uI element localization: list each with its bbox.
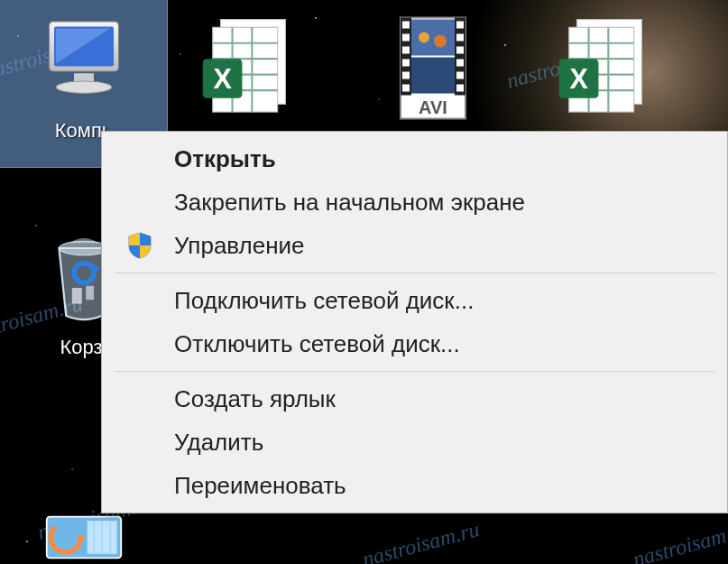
menu-item-label: Удалить	[161, 429, 716, 457]
avi-badge-text: AVI	[419, 97, 447, 116]
context-menu: Открыть Закрепить на начальном экране Уп…	[101, 131, 728, 513]
menu-item-disconnect-network-drive[interactable]: Отключить сетевой диск...	[102, 322, 727, 365]
svg-rect-30	[402, 59, 410, 66]
svg-rect-36	[456, 59, 464, 66]
svg-rect-35	[456, 46, 464, 53]
menu-item-label: Управление	[161, 232, 716, 260]
desktop-icon-gadget[interactable]	[0, 505, 167, 564]
svg-point-42	[434, 34, 447, 47]
excel-file-icon: X	[555, 14, 654, 122]
svg-rect-31	[402, 71, 410, 79]
menu-item-label: Переименовать	[161, 472, 716, 500]
menu-item-open[interactable]: Открыть	[102, 137, 727, 180]
svg-rect-27	[402, 21, 410, 28]
menu-item-create-shortcut[interactable]: Создать ярлык	[102, 377, 727, 421]
svg-rect-6	[71, 288, 81, 304]
svg-rect-37	[456, 71, 464, 79]
menu-item-pin-to-start[interactable]: Закрепить на начальном экране	[102, 180, 727, 224]
svg-text:X: X	[569, 63, 588, 94]
menu-item-label: Закрепить на начальном экране	[161, 189, 716, 217]
svg-rect-29	[402, 46, 410, 53]
menu-separator	[115, 273, 714, 273]
desktop-icon-excel-file[interactable]: X	[550, 9, 659, 126]
menu-item-label: Подключить сетевой диск...	[161, 287, 716, 315]
menu-item-rename[interactable]: Переименовать	[102, 464, 727, 507]
svg-rect-25	[401, 17, 411, 95]
gadget-icon	[25, 513, 143, 562]
desktop-icon-avi-file[interactable]: AVI	[379, 9, 487, 126]
svg-rect-7	[86, 286, 94, 300]
svg-rect-40	[411, 57, 455, 93]
svg-point-3	[56, 81, 112, 93]
svg-text:X: X	[213, 63, 232, 94]
avi-file-icon: AVI	[388, 12, 478, 125]
svg-rect-26	[455, 17, 465, 95]
svg-point-41	[419, 32, 429, 42]
menu-item-delete[interactable]: Удалить	[102, 421, 727, 464]
menu-separator	[115, 371, 714, 372]
menu-item-label: Создать ярлык	[161, 385, 716, 413]
menu-item-map-network-drive[interactable]: Подключить сетевой диск...	[102, 279, 727, 322]
menu-item-manage[interactable]: Управление	[102, 224, 727, 267]
svg-rect-34	[456, 33, 464, 41]
svg-rect-39	[411, 19, 455, 55]
svg-rect-28	[402, 33, 410, 41]
menu-item-label: Открыть	[161, 145, 716, 173]
desktop-icon-excel-file[interactable]: X	[194, 9, 302, 126]
excel-file-icon: X	[198, 14, 298, 122]
uac-shield-icon	[118, 231, 161, 260]
menu-item-label: Отключить сетевой диск...	[161, 330, 716, 358]
svg-rect-33	[456, 21, 464, 28]
svg-rect-32	[402, 84, 410, 91]
svg-rect-38	[456, 84, 464, 91]
computer-icon	[25, 7, 143, 116]
